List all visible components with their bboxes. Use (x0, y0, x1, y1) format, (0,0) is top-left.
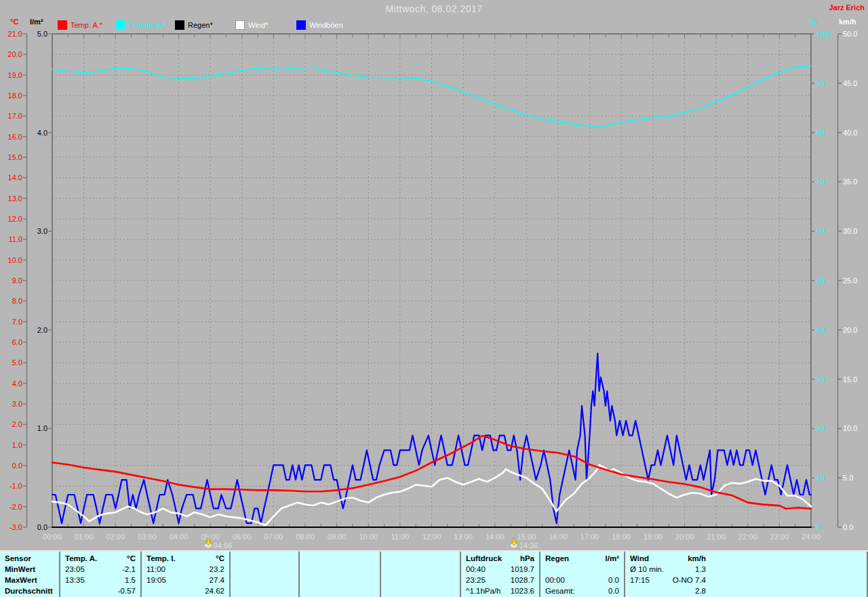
stats-value-row (386, 585, 455, 596)
sunrise-time-label: 04:56 (214, 541, 233, 550)
x-tick-label: 22:00 (738, 533, 757, 541)
x-tick-label: 07:00 (264, 533, 283, 541)
stats-value-row (304, 585, 375, 596)
cell-value: 0.0 (608, 585, 619, 596)
cell-value: 27.4 (210, 575, 224, 585)
cell-value: 1028.7 (511, 575, 534, 585)
cell-label: Regen (545, 553, 569, 564)
weather-app-window: Mittwoch, 08.02.2017 Jarz Erich °C l/m² … (0, 0, 868, 597)
cell-label: Temp. I. (146, 553, 176, 564)
windspeed-tick-label: 20.0 (843, 326, 857, 334)
cell-label: Durchschnitt (5, 585, 53, 596)
stats-value-row: 23:05-2.1 (65, 564, 136, 575)
humidity-tick-label: 10 (816, 474, 825, 482)
temp-tick-label: 19.0 (8, 71, 22, 79)
stats-value-row (304, 575, 375, 585)
rain-tick-label: 5.0 (37, 30, 47, 38)
humidity-tick-label: 50 (816, 276, 825, 285)
temp-tick-label: -2.0 (9, 503, 22, 511)
cell-label: Temp. A. (65, 553, 97, 564)
temp-tick-label: 12.0 (8, 215, 22, 223)
cell-label: Luftdruck (466, 553, 502, 564)
stats-value-row (386, 564, 455, 575)
humidity-tick-label: 20 (816, 424, 825, 432)
sensor-row-label: Sensor (5, 553, 54, 564)
temp-tick-label: 5.0 (12, 358, 22, 367)
cell-label: 13:35 (65, 575, 85, 585)
stats-value-row (235, 585, 294, 596)
cell-value: 23.2 (210, 564, 224, 575)
stats-value-row: 24.62 (146, 585, 224, 596)
temp-tick-label: 9.0 (12, 276, 22, 285)
stats-column-empty-4 (380, 552, 460, 597)
temp-tick-label: 0.0 (12, 461, 22, 470)
cell-value: 2.8 (695, 585, 706, 596)
cell-value: 24.62 (205, 585, 224, 596)
x-tick-label: 00:00 (43, 533, 62, 541)
x-tick-label: 16:00 (549, 533, 568, 541)
stats-value-row: 00:000.0 (545, 575, 619, 585)
cell-label: MaxWert (5, 575, 37, 585)
cell-label: ^1.1hPa/h (466, 585, 500, 596)
stats-value-row: 23:251028.7 (466, 575, 534, 585)
column-header-row: Temp. I.°C (146, 553, 224, 564)
stats-value-row (386, 575, 455, 585)
humidity-tick-label: 70 (816, 178, 825, 186)
temp-tick-label: 1.0 (12, 441, 22, 449)
cell-label: Sensor (5, 553, 31, 564)
rain-tick-label: 1.0 (37, 424, 47, 432)
temp-tick-label: 15.0 (8, 153, 22, 161)
windspeed-tick-label: 35.0 (843, 178, 857, 186)
temp-tick-label: 7.0 (12, 318, 22, 326)
sensor-row-label: Durchschnitt (5, 585, 54, 596)
windspeed-tick-label: 45.0 (843, 79, 857, 87)
temp-tick-label: 17.0 (8, 112, 22, 120)
x-tick-label: 12:00 (422, 533, 441, 541)
x-tick-label: 06:00 (233, 533, 252, 541)
stats-value-row (545, 564, 619, 575)
x-tick-label: 04:00 (170, 533, 189, 541)
temp-tick-label: 4.0 (12, 379, 22, 388)
x-tick-label: 20:00 (675, 533, 694, 541)
temp-tick-label: 14.0 (8, 173, 22, 182)
cell-value: l/m² (606, 553, 619, 564)
cell-label: 23:05 (65, 564, 85, 575)
temp-tick-label: 2.0 (12, 420, 22, 428)
stats-value-row: 2.8 (630, 585, 706, 596)
x-tick-label: 18:00 (612, 533, 631, 541)
humidity-tick-label: 0 (816, 523, 821, 531)
rain-tick-label: 0.0 (37, 523, 47, 531)
stats-column-wind: Windkm/hØ 10 min.1.317:15O-NO 7.42.8 (624, 552, 868, 597)
column-header-row (304, 553, 375, 564)
temp-tick-label: 8.0 (12, 297, 22, 305)
rain-tick-label: 3.0 (37, 227, 47, 235)
windspeed-tick-label: 15.0 (843, 375, 857, 384)
x-tick-label: 09:00 (328, 533, 347, 541)
cell-label: Gesamt: (545, 585, 574, 596)
column-header-row: Temp. A.°C (65, 553, 136, 564)
weather-chart: 21.020.019.018.017.016.015.014.013.012.0… (0, 0, 868, 550)
column-header-row: Regenl/m² (545, 553, 619, 564)
cell-label: 23:25 (466, 575, 486, 585)
column-header-row: LuftdruckhPa (466, 553, 534, 564)
rain-tick-label: 4.0 (37, 129, 47, 137)
windspeed-tick-label: 5.0 (843, 474, 853, 482)
stats-column-temp-a-: Temp. A.°C23:05-2.113:351.5-0.57 (59, 552, 140, 597)
windspeed-tick-label: 50.0 (843, 30, 857, 38)
x-tick-label: 15:00 (517, 533, 536, 541)
humidity-tick-label: 40 (816, 326, 825, 334)
cell-value: km/h (688, 553, 706, 564)
cell-value: 1023.6 (511, 585, 534, 596)
humidity-tick-label: 30 (816, 375, 825, 384)
windspeed-tick-label: 40.0 (843, 129, 857, 137)
cell-value: 1.3 (695, 564, 706, 575)
sensor-row-label: MinWert (5, 564, 54, 575)
stats-value-row (304, 564, 375, 575)
x-tick-label: 21:00 (707, 533, 726, 541)
temp-tick-label: 10.0 (8, 256, 22, 264)
cell-value: 1.5 (125, 575, 136, 585)
x-tick-label: 24:00 (802, 533, 821, 541)
temp-tick-label: -1.0 (9, 482, 22, 490)
temp-tick-label: 20.0 (8, 50, 22, 58)
temp-tick-label: 21.0 (8, 30, 22, 38)
